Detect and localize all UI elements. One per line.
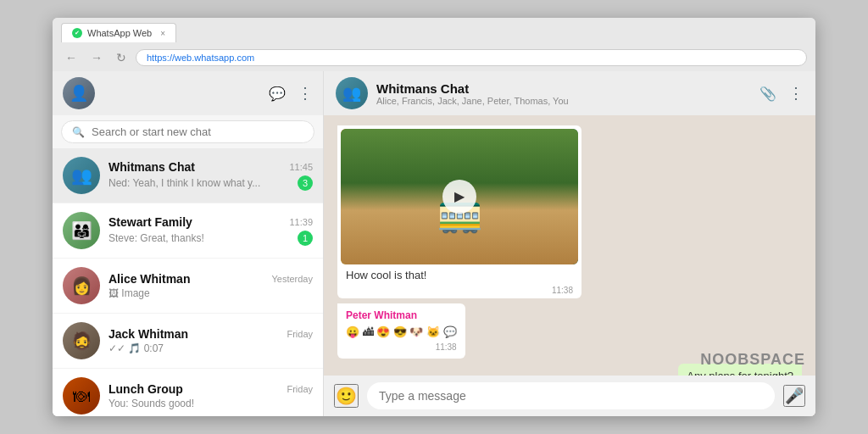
chat-time-alice: Yesterday — [271, 274, 313, 284]
chat-bottom-alice: 🖼 Image — [108, 287, 313, 299]
search-input[interactable] — [92, 125, 303, 138]
chat-avatar-alice: 👩 — [63, 267, 100, 304]
chat-name-alice: Alice Whitman — [108, 272, 190, 286]
chat-item-alice[interactable]: 👩 Alice Whitman Yesterday 🖼 Image — [53, 259, 323, 314]
sidebar-menu-icon: ⋮ — [298, 84, 313, 103]
chat-header-avatar-img: 👥 — [336, 77, 368, 109]
video-time: 11:38 — [552, 285, 573, 297]
tab-close-btn[interactable]: × — [160, 29, 165, 38]
chat-menu-btn[interactable]: ⋮ — [788, 84, 804, 103]
browser-content: 👤 💬 ⋮ 🔍 — [53, 71, 815, 416]
chat-preview-alice: 🖼 Image — [108, 287, 150, 299]
chat-item-lunch[interactable]: 🍽 Lunch Group Friday You: Sounds good! — [53, 369, 323, 416]
chat-avatar-jack: 🧔 — [63, 322, 100, 359]
browser-chrome: ✔ WhatsApp Web × ← → ↻ — [53, 18, 815, 71]
chat-top-whitmans: Whitmans Chat 11:45 — [108, 160, 313, 174]
chat-info-jack: Jack Whitman Friday ✓✓ 🎵 0:07 — [108, 327, 313, 354]
video-message: 🚃 ▶ How cool is that! 11:38 — [337, 125, 581, 298]
messages-area: 🚃 ▶ How cool is that! 11:38 Peter Whitma — [324, 115, 815, 376]
chat-avatar-lunch: 🍽 — [63, 377, 100, 415]
play-button[interactable]: ▶ — [442, 180, 476, 214]
chat-bottom-whitmans: Ned: Yeah, I think I know what y... 3 — [108, 175, 313, 191]
chat-header-name: Whitmans Chat — [376, 81, 751, 96]
video-thumbnail[interactable]: 🚃 ▶ — [341, 129, 578, 264]
emoji-icon: 🙂 — [336, 387, 357, 405]
chat-time-lunch: Friday — [287, 384, 313, 394]
tab-label: WhatsApp Web — [87, 28, 152, 38]
chat-avatar-stewart: 👨‍👩‍👧 — [63, 212, 100, 249]
peter-time: 11:38 — [436, 342, 457, 353]
whatsapp-app: 👤 💬 ⋮ 🔍 — [53, 71, 815, 416]
chat-preview-stewart: Steve: Great, thanks! — [108, 232, 204, 244]
active-tab[interactable]: ✔ WhatsApp Web × — [61, 23, 176, 42]
refresh-btn[interactable]: ↻ — [112, 49, 131, 66]
chat-time-whitmans: 11:45 — [289, 162, 313, 172]
sidebar-header-left: 👤 — [63, 77, 95, 109]
chat-top-alice: Alice Whitman Yesterday — [108, 272, 313, 286]
chat-input-bar: 🙂 🎤 — [324, 376, 815, 416]
chat-info-stewart: Stewart Family 11:39 Steve: Great, thank… — [108, 215, 313, 246]
chat-bottom-jack: ✓✓ 🎵 0:07 — [108, 342, 313, 354]
new-chat-icon: 💬 — [269, 86, 286, 102]
forward-btn[interactable]: → — [86, 49, 107, 66]
chat-header-members: Alice, Francis, Jack, Jane, Peter, Thoma… — [376, 96, 751, 106]
chat-avatar-icon-stewart: 👨‍👩‍👧 — [71, 220, 92, 241]
browser-window: ✔ WhatsApp Web × ← → ↻ 👤 — [53, 18, 815, 416]
chat-time-jack: Friday — [287, 329, 313, 339]
peter-sender: Peter Whitman — [346, 309, 457, 323]
user-avatar[interactable]: 👤 — [63, 77, 95, 109]
chat-name-jack: Jack Whitman — [108, 327, 188, 341]
url-bar[interactable] — [136, 49, 807, 66]
attach-icon: 📎 — [760, 86, 776, 102]
attach-btn[interactable]: 📎 — [760, 86, 776, 102]
chat-top-stewart: Stewart Family 11:39 — [108, 215, 313, 229]
chat-info-lunch: Lunch Group Friday You: Sounds good! — [108, 382, 313, 409]
search-bar-container: 🔍 — [53, 115, 323, 148]
peter-message: Peter Whitman 😛 🏙 😍 😎 🐶 🐱 💬 11:38 — [337, 303, 465, 359]
message-input[interactable] — [367, 382, 775, 409]
tab-favicon: ✔ — [72, 28, 82, 38]
noobspace-watermark: NOOBSPACE — [700, 351, 805, 369]
chat-avatar-icon-lunch: 🍽 — [73, 387, 90, 406]
chat-list: 👥 Whitmans Chat 11:45 Ned: Yeah, I think… — [53, 148, 323, 416]
peter-text: 😛 🏙 😍 😎 🐶 🐱 💬 — [346, 325, 457, 340]
chat-name-whitmans: Whitmans Chat — [108, 160, 195, 174]
sidebar: 👤 💬 ⋮ 🔍 — [53, 71, 324, 416]
nav-bar: ← → ↻ — [61, 46, 807, 71]
emoji-btn[interactable]: 🙂 — [334, 384, 359, 408]
chat-time-stewart: 11:39 — [289, 217, 313, 227]
chat-top-jack: Jack Whitman Friday — [108, 327, 313, 341]
chat-avatar-icon-whitmans: 👥 — [71, 165, 92, 186]
chat-top-lunch: Lunch Group Friday — [108, 382, 313, 396]
sidebar-header: 👤 💬 ⋮ — [53, 71, 323, 115]
outgoing-text: Any plans for tonight? — [687, 369, 793, 376]
back-btn[interactable]: ← — [61, 49, 81, 66]
chat-avatar-icon-alice: 👩 — [71, 275, 92, 296]
search-input-wrap: 🔍 — [61, 120, 314, 143]
chat-badge-whitmans: 3 — [298, 175, 313, 191]
chat-header-icons: 📎 ⋮ — [760, 84, 804, 103]
chat-bottom-lunch: You: Sounds good! — [108, 398, 313, 409]
mic-btn[interactable]: 🎤 — [783, 385, 805, 407]
chat-item-whitmans[interactable]: 👥 Whitmans Chat 11:45 Ned: Yeah, I think… — [53, 148, 323, 203]
chat-badge-stewart: 1 — [298, 231, 313, 246]
tab-bar: ✔ WhatsApp Web × — [61, 23, 807, 42]
sidebar-menu-btn[interactable]: ⋮ — [298, 84, 313, 103]
chat-avatar-icon-jack: 🧔 — [71, 331, 92, 351]
chat-name-stewart: Stewart Family — [108, 215, 192, 229]
video-caption: How cool is that! — [346, 269, 426, 281]
new-chat-btn[interactable]: 💬 — [269, 86, 286, 102]
search-icon: 🔍 — [72, 126, 85, 138]
chat-name-lunch: Lunch Group — [108, 382, 183, 396]
chat-menu-icon: ⋮ — [788, 84, 804, 103]
chat-bottom-stewart: Steve: Great, thanks! 1 — [108, 231, 313, 246]
chat-item-stewart[interactable]: 👨‍👩‍👧 Stewart Family 11:39 Steve: Great,… — [53, 203, 323, 259]
chat-main: 👥 Whitmans Chat Alice, Francis, Jack, Ja… — [324, 71, 815, 416]
peter-meta: 11:38 — [346, 342, 457, 353]
chat-info-whitmans: Whitmans Chat 11:45 Ned: Yeah, I think I… — [108, 160, 313, 191]
chat-item-jack[interactable]: 🧔 Jack Whitman Friday ✓✓ 🎵 0:07 — [53, 314, 323, 369]
mic-icon: 🎤 — [785, 387, 804, 404]
user-avatar-img: 👤 — [63, 77, 95, 109]
chat-preview-jack: ✓✓ 🎵 0:07 — [108, 342, 164, 354]
chat-avatar-whitmans: 👥 — [63, 157, 100, 194]
